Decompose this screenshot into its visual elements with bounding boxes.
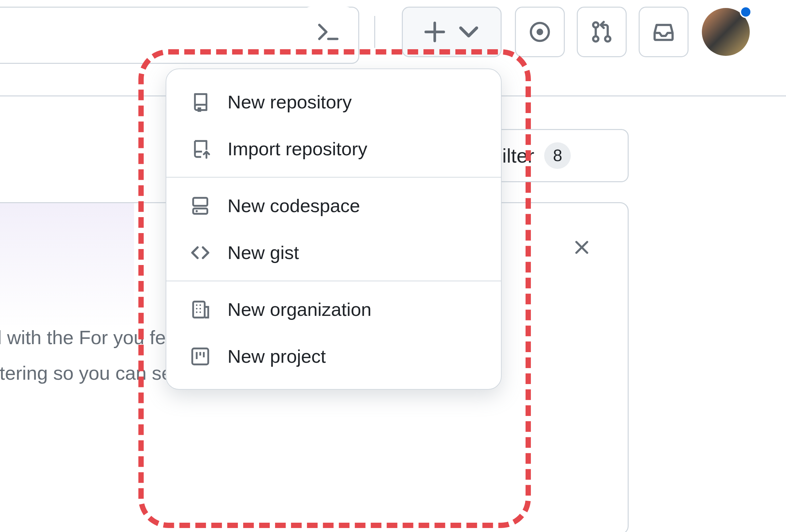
plus-icon: [423, 20, 447, 44]
svg-point-19: [200, 308, 201, 309]
svg-point-14: [195, 210, 198, 212]
svg-point-18: [196, 308, 198, 309]
card-close-button[interactable]: [573, 236, 591, 262]
close-icon: [573, 238, 591, 257]
svg-point-6: [593, 36, 598, 42]
organization-icon: [190, 299, 211, 320]
header-divider: [374, 16, 375, 48]
notifications-button[interactable]: [639, 7, 689, 57]
svg-rect-12: [193, 198, 208, 206]
repo-icon: [190, 92, 211, 113]
menu-item-label: New repository: [228, 91, 352, 113]
repo-push-icon: [190, 138, 211, 160]
create-new-button[interactable]: [402, 7, 502, 57]
svg-rect-22: [192, 348, 208, 364]
pull-requests-button[interactable]: [577, 7, 627, 57]
menu-item-label: New gist: [228, 242, 299, 263]
menu-item-new-organization[interactable]: New organization: [166, 286, 501, 333]
issue-opened-icon: [528, 20, 552, 44]
create-new-dropdown: New repository Import repository New cod…: [166, 69, 502, 390]
menu-item-label: Import repository: [228, 138, 367, 160]
git-pull-request-icon: [590, 20, 614, 44]
svg-point-7: [605, 36, 610, 42]
user-avatar[interactable]: [702, 8, 750, 56]
filter-count-badge: 8: [544, 142, 571, 169]
menu-separator: [166, 177, 501, 177]
svg-rect-15: [193, 301, 205, 317]
menu-item-label: New codespace: [228, 195, 360, 216]
issues-button[interactable]: [515, 7, 565, 57]
svg-point-17: [200, 304, 201, 306]
svg-point-5: [593, 22, 598, 28]
menu-item-import-repository[interactable]: Import repository: [166, 125, 501, 172]
code-icon: [190, 242, 211, 263]
inbox-icon: [652, 20, 675, 44]
menu-item-new-repository[interactable]: New repository: [166, 78, 501, 125]
project-icon: [190, 346, 211, 367]
svg-point-20: [196, 311, 198, 313]
command-palette-button[interactable]: [303, 7, 353, 57]
menu-item-label: New project: [228, 345, 326, 367]
svg-point-16: [196, 304, 198, 306]
menu-item-new-codespace[interactable]: New codespace: [166, 182, 501, 229]
menu-item-label: New organization: [228, 298, 372, 320]
svg-point-4: [537, 29, 543, 35]
svg-rect-11: [198, 107, 201, 112]
svg-point-21: [200, 311, 201, 313]
menu-separator: [166, 281, 501, 281]
codespaces-icon: [190, 195, 211, 216]
notification-dot-icon: [740, 6, 752, 18]
terminal-icon: [316, 20, 340, 44]
menu-item-new-gist[interactable]: New gist: [166, 229, 501, 276]
svg-rect-13: [193, 209, 208, 214]
menu-item-new-project[interactable]: New project: [166, 333, 501, 380]
chevron-down-icon: [457, 20, 481, 44]
card-gradient: [0, 203, 134, 330]
